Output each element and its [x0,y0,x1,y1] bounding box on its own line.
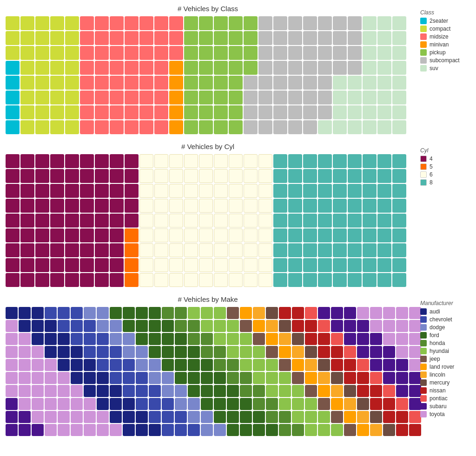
waffle-cell [370,398,382,410]
waffle-cell [214,385,226,397]
waffle-cell [363,120,377,134]
waffle-cell [288,214,302,228]
waffle-cell [19,424,31,436]
waffle-cell [110,91,124,104]
waffle-cell [184,76,198,90]
waffle-cell [392,31,406,45]
waffle-cell [344,424,356,436]
waffle-cell [201,346,213,358]
waffle-cell [58,333,70,345]
waffle-cell [214,31,228,45]
waffle-cell [95,61,109,75]
waffle-cell [6,411,18,423]
waffle-cell [20,91,34,104]
legend-item: suv [420,65,471,72]
waffle-cell [184,91,198,104]
waffle-cell [363,243,377,257]
waffle-cell [392,273,406,287]
waffle-cell [279,385,291,397]
waffle-cell [35,16,49,30]
waffle-cell [258,76,272,90]
waffle-cell [377,91,391,104]
waffle-cell [6,243,20,257]
waffle-cell [139,76,153,90]
waffle-cell [45,372,57,384]
waffle-cell [58,372,70,384]
waffle-cell [227,359,239,371]
waffle-cell [229,258,243,272]
waffle-cell [199,184,213,198]
legend-swatch [420,348,427,354]
waffle-cell [35,243,49,257]
waffle-cell [169,76,183,90]
waffle-cell [333,31,347,45]
waffle-cell [305,398,317,410]
waffle-cell [333,214,347,228]
waffle-cell [348,61,362,75]
waffle-cell [344,320,356,332]
waffle-cell [273,228,287,242]
waffle-cell [199,169,213,183]
waffle-cell [20,16,34,30]
waffle-cell [110,120,124,134]
waffle-cell [333,154,347,168]
waffle-cell [357,372,369,384]
waffle-cell [175,333,187,345]
waffle-cell [279,398,291,410]
legend-swatch [420,340,427,346]
waffle-cell [71,372,83,384]
waffle-cell [363,169,377,183]
waffle-cell [80,228,94,242]
waffle-cell [136,320,148,332]
waffle-cell [258,31,272,45]
waffle-cell [303,76,317,90]
waffle-cell [288,184,302,198]
waffle-cell [292,307,304,319]
waffle-cell [288,228,302,242]
waffle-cell [288,154,302,168]
legend-swatch [420,403,427,410]
waffle-cell [331,346,343,358]
waffle-cell [229,228,243,242]
chart-cyl-area: # Vehicles by Cyl [5,143,411,287]
waffle-cell [318,76,332,90]
waffle-cell [305,307,317,319]
waffle-cell [333,169,347,183]
waffle-cell [188,424,200,436]
waffle-cell [244,228,258,242]
waffle-cell [84,411,96,423]
waffle-cell [344,333,356,345]
waffle-cell [303,154,317,168]
waffle-cell [80,273,94,287]
waffle-cell [95,199,109,213]
waffle-cell [392,16,406,30]
waffle-cell [348,76,362,90]
waffle-cell [318,243,332,257]
waffle-cell [344,411,356,423]
waffle-cell [377,184,391,198]
waffle-cell [6,31,20,45]
waffle-cell [6,320,18,332]
waffle-cell [123,411,135,423]
waffle-cell [199,258,213,272]
legend-swatch [420,371,427,378]
waffle-cell [20,154,34,168]
waffle-cell [95,154,109,168]
waffle-cell [244,273,258,287]
waffle-cell [292,346,304,358]
waffle-cell [45,398,57,410]
waffle-cell [110,273,124,287]
legend-label: jeep [430,356,440,362]
waffle-cell [344,346,356,358]
waffle-cell [154,105,168,119]
waffle-cell [125,105,139,119]
waffle-cell [20,105,34,119]
waffle-cell [125,243,139,257]
waffle-cell [123,333,135,345]
waffle-cell [19,359,31,371]
legend-label: 4 [430,156,433,162]
waffle-cell [110,169,124,183]
waffle-cell [244,16,258,30]
legend-label: pickup [430,49,446,56]
waffle-cell [303,16,317,30]
